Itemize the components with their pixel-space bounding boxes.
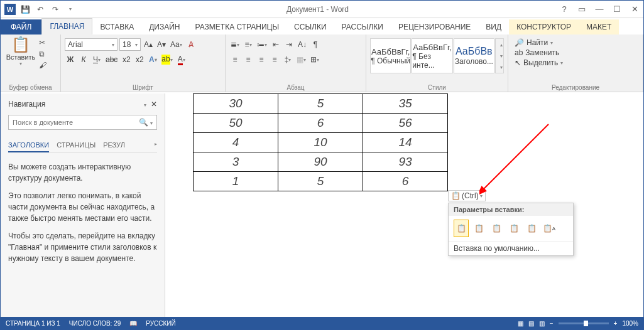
tab-home[interactable]: ГЛАВНАЯ bbox=[41, 18, 92, 35]
table-row: 50656 bbox=[194, 114, 448, 133]
paste-link[interactable]: 📋 bbox=[489, 220, 504, 237]
app-icon[interactable]: W bbox=[3, 3, 17, 16]
status-proofing-icon[interactable]: 📖 bbox=[129, 320, 137, 327]
italic-button[interactable]: К bbox=[78, 53, 89, 66]
save-button[interactable]: 💾 bbox=[18, 3, 32, 16]
highlight-button[interactable]: ab▾ bbox=[160, 53, 173, 66]
style-normal[interactable]: АаБбВвГг,¶ Обычный bbox=[370, 38, 411, 73]
nav-tab-results[interactable]: РЕЗУЛ bbox=[103, 139, 125, 152]
nav-tab-pages[interactable]: СТРАНИЦЫ bbox=[57, 139, 96, 152]
show-marks-button[interactable]: ¶ bbox=[310, 38, 321, 51]
align-right-button[interactable]: ≡ bbox=[256, 53, 267, 66]
font-name-select[interactable]: Arial▾ bbox=[65, 38, 117, 51]
cut-button[interactable]: ✂ bbox=[39, 38, 46, 47]
redo-button[interactable]: ↷ bbox=[48, 3, 62, 16]
zoom-out-button[interactable]: − bbox=[550, 320, 554, 327]
status-page[interactable]: СТРАНИЦА 1 ИЗ 1 bbox=[6, 320, 60, 327]
status-words[interactable]: ЧИСЛО СЛОВ: 29 bbox=[69, 320, 121, 327]
style-no-spacing[interactable]: АаБбВвГг,¶ Без инте... bbox=[412, 38, 452, 73]
tab-review[interactable]: РЕЦЕНЗИРОВАНИЕ bbox=[391, 19, 478, 35]
zoom-level[interactable]: 100% bbox=[622, 320, 638, 327]
tab-insert[interactable]: ВСТАВКА bbox=[92, 19, 141, 35]
view-read-button[interactable]: ▦ bbox=[518, 320, 523, 327]
tab-maket[interactable]: МАКЕТ bbox=[579, 19, 619, 35]
justify-button[interactable]: ≡ bbox=[269, 53, 280, 66]
maximize-button[interactable]: ☐ bbox=[611, 4, 623, 14]
zoom-in-button[interactable]: + bbox=[614, 320, 618, 327]
sort-button[interactable]: A↓ bbox=[297, 38, 308, 51]
nav-help-text: Вы можете создать интерактивную структур… bbox=[8, 161, 157, 270]
bullets-button[interactable]: ≣▾ bbox=[229, 38, 241, 51]
styles-more[interactable]: ▾ bbox=[496, 61, 507, 73]
close-button[interactable]: ✕ bbox=[628, 4, 641, 14]
superscript-button[interactable]: x2 bbox=[134, 53, 145, 66]
strike-button[interactable]: abc bbox=[104, 53, 119, 66]
grow-font-button[interactable]: A▴ bbox=[143, 38, 154, 51]
tab-layout[interactable]: РАЗМЕТКА СТРАНИЦЫ bbox=[188, 19, 287, 35]
subscript-button[interactable]: x2 bbox=[121, 53, 132, 66]
tab-references[interactable]: ССЫЛКИ bbox=[287, 19, 334, 35]
find-button[interactable]: 🔎Найти▾ bbox=[515, 38, 636, 47]
paste-merge[interactable]: 📋 bbox=[471, 220, 486, 237]
text-effects-button[interactable]: A▾ bbox=[147, 53, 158, 66]
data-table[interactable]: 30535 50656 41014 39093 156 bbox=[193, 93, 448, 191]
styles-down[interactable]: ▾ bbox=[496, 50, 507, 61]
view-web-button[interactable]: ▥ bbox=[539, 320, 545, 327]
paste-keep-text[interactable]: 📋A bbox=[542, 220, 557, 237]
format-painter-button[interactable]: 🖌 bbox=[39, 61, 46, 70]
multilevel-button[interactable]: ≔▾ bbox=[256, 38, 268, 51]
paste-default-link[interactable]: Вставка по умолчанию... bbox=[449, 241, 573, 255]
font-size-select[interactable]: 18▾ bbox=[119, 38, 141, 51]
clear-format-button[interactable]: A̷ bbox=[185, 38, 197, 51]
paste-picture[interactable]: 📋 bbox=[506, 220, 521, 237]
ribbon-tabs: ФАЙЛ ГЛАВНАЯ ВСТАВКА ДИЗАЙН РАЗМЕТКА СТР… bbox=[1, 18, 643, 35]
search-input[interactable] bbox=[13, 119, 119, 126]
nav-tabs-more[interactable]: ▸ bbox=[155, 141, 157, 147]
paste-text-only[interactable]: 📋 bbox=[524, 220, 539, 237]
ribbon: 📋 Вставить ▾ ✂ ⧉ 🖌 Буфер обмена Arial▾ 1… bbox=[1, 35, 643, 92]
shading-button[interactable]: ▦▾ bbox=[295, 53, 307, 66]
replace-icon: ab bbox=[515, 48, 523, 57]
select-button[interactable]: ↖Выделить▾ bbox=[515, 58, 636, 67]
tab-constructor[interactable]: КОНСТРУКТОР bbox=[509, 19, 579, 35]
line-spacing-button[interactable]: ‡▾ bbox=[282, 53, 293, 66]
borders-button[interactable]: ⊞▾ bbox=[309, 53, 320, 66]
qat-customize[interactable]: ▾ bbox=[63, 3, 77, 16]
align-center-button[interactable]: ≡ bbox=[243, 53, 254, 66]
nav-search[interactable]: 🔍 ▾ bbox=[8, 115, 157, 130]
replace-button[interactable]: abЗаменить bbox=[515, 48, 636, 57]
copy-button[interactable]: ⧉ bbox=[39, 50, 46, 58]
paste-keep-source[interactable]: 📋 bbox=[454, 220, 469, 237]
zoom-slider[interactable] bbox=[559, 322, 609, 324]
undo-button[interactable]: ↶ bbox=[33, 3, 47, 16]
status-language[interactable]: РУССКИЙ bbox=[146, 320, 175, 327]
paste-options-smarttag[interactable]: 📋 (Ctrl)▾ bbox=[448, 190, 486, 201]
svg-line-0 bbox=[483, 124, 548, 190]
tab-view[interactable]: ВИД bbox=[478, 19, 509, 35]
font-color-button[interactable]: A▾ bbox=[176, 53, 187, 66]
nav-tab-headings[interactable]: ЗАГОЛОВКИ bbox=[8, 139, 49, 152]
body-area: Навигация ▾ ✕ 🔍 ▾ ЗАГОЛОВКИ СТРАНИЦЫ РЕЗ… bbox=[1, 93, 643, 317]
tab-design[interactable]: ДИЗАЙН bbox=[141, 19, 187, 35]
styles-up[interactable]: ▴ bbox=[496, 39, 507, 50]
document-area[interactable]: 30535 50656 41014 39093 156 📋 (Ctrl)▾ Па… bbox=[165, 93, 643, 317]
view-print-button[interactable]: ▤ bbox=[528, 320, 534, 327]
shrink-font-button[interactable]: A▾ bbox=[156, 38, 167, 51]
decrease-indent-button[interactable]: ⇤ bbox=[270, 38, 281, 51]
align-left-button[interactable]: ≡ bbox=[229, 53, 241, 66]
minimize-button[interactable]: — bbox=[593, 4, 606, 14]
numbering-button[interactable]: ≡▾ bbox=[243, 38, 254, 51]
increase-indent-button[interactable]: ⇥ bbox=[283, 38, 295, 51]
tab-mailings[interactable]: РАССЫЛКИ bbox=[334, 19, 391, 35]
underline-button[interactable]: Ч▾ bbox=[91, 53, 102, 66]
search-icon[interactable]: 🔍 ▾ bbox=[139, 118, 153, 127]
style-heading1[interactable]: АаБбВвЗаголово... bbox=[454, 38, 494, 73]
paste-button[interactable]: 📋 Вставить ▾ bbox=[4, 36, 37, 67]
change-case-button[interactable]: Aa▾ bbox=[169, 38, 183, 51]
ribbon-options-button[interactable]: ▭ bbox=[576, 4, 588, 14]
help-button[interactable]: ? bbox=[558, 4, 570, 14]
tab-file[interactable]: ФАЙЛ bbox=[1, 19, 41, 35]
nav-close[interactable]: ✕ bbox=[151, 100, 157, 109]
bold-button[interactable]: Ж bbox=[65, 53, 76, 66]
nav-menu[interactable]: ▾ bbox=[144, 102, 146, 108]
